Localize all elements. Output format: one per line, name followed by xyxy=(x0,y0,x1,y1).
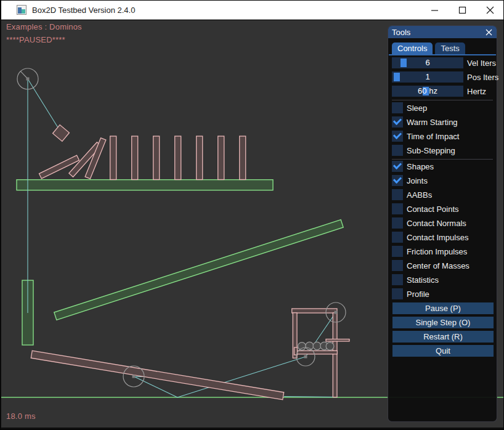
small-bar xyxy=(326,339,349,342)
checkbox-row-sub-stepping: Sub-Stepping xyxy=(392,145,493,156)
standing-domino xyxy=(175,136,181,180)
panel-close-button[interactable] xyxy=(484,28,493,36)
checkbox-row-warm-starting: Warm Starting xyxy=(392,116,493,128)
sleep-checkbox[interactable] xyxy=(392,102,403,113)
standing-domino xyxy=(132,136,138,180)
frame-right-post xyxy=(333,313,337,397)
aabbs-checkbox[interactable] xyxy=(392,189,403,200)
standing-domino xyxy=(110,136,116,180)
checkbox-row-contact-points: Contact Points xyxy=(392,203,493,214)
warm-starting-checkbox[interactable] xyxy=(392,116,403,128)
lower-joint-circle xyxy=(296,347,315,366)
close-icon xyxy=(486,29,492,36)
slider-label: Pos Iters xyxy=(467,73,498,82)
separator xyxy=(392,100,493,100)
dynamic-bodies[interactable] xyxy=(31,125,349,400)
tools-panel-title: Tools xyxy=(392,28,410,37)
checkbox-label: Friction Impulses xyxy=(407,247,467,256)
minimize-button[interactable] xyxy=(421,1,449,20)
checkbox-row-time-of-impact: Time of Impact xyxy=(392,131,493,142)
checkbox-label: AABBs xyxy=(407,190,432,200)
slider-value: 6 xyxy=(392,57,463,68)
app-icon xyxy=(17,5,26,15)
standing-domino xyxy=(240,136,246,180)
paused-label: ****PAUSED**** xyxy=(6,35,65,44)
frame-top-bar xyxy=(292,309,337,313)
checkbox-label: Joints xyxy=(407,176,428,185)
maximize-button[interactable] xyxy=(449,1,476,20)
separator xyxy=(392,159,493,160)
checkbox-row-center-of-masses: Center of Masses xyxy=(392,260,493,271)
close-button[interactable] xyxy=(476,1,504,20)
tab-tests[interactable]: Tests xyxy=(435,43,465,54)
joints-checkbox[interactable] xyxy=(392,175,403,186)
slider-label: Vel Iters xyxy=(467,59,496,68)
close-icon xyxy=(486,6,494,14)
window-title: Box2D Testbed Version 2.4.0 xyxy=(32,6,135,15)
contact-impulses-checkbox[interactable] xyxy=(392,232,403,243)
tab-bar: Controls Tests xyxy=(392,43,497,54)
newton-ball xyxy=(326,343,334,351)
tools-panel: Tools Controls Tests 6 Vel Iters xyxy=(388,25,497,422)
slider-row-hertz: 60 hz Hertz xyxy=(392,86,493,97)
checkbox-row-contact-normals: Contact Normals xyxy=(392,217,493,229)
pause-button[interactable]: Pause (P) xyxy=(392,302,494,314)
checkbox-row-statistics: Statistics xyxy=(392,274,493,285)
app-window: Box2D Testbed Version 2.4.0 xyxy=(0,0,504,430)
checkbox-label: Contact Impulses xyxy=(407,233,468,242)
checkbox-label: Contact Points xyxy=(407,205,459,214)
checkbox-row-profile: Profile xyxy=(392,288,493,299)
checkbox-row-sleep: Sleep xyxy=(392,102,493,113)
single-step-button[interactable]: Single Step (O) xyxy=(392,317,494,328)
long-ramp xyxy=(54,220,343,320)
friction-impulses-checkbox[interactable] xyxy=(392,246,403,257)
tools-panel-titlebar[interactable]: Tools xyxy=(388,26,497,38)
slider-value: 1 xyxy=(392,71,463,83)
frame-time-label: 18.0 ms xyxy=(6,412,36,421)
checkbox-label: Center of Masses xyxy=(407,261,469,270)
statistics-checkbox[interactable] xyxy=(392,274,403,285)
contact-normals-checkbox[interactable] xyxy=(392,217,403,229)
checkbox-row-friction-impulses: Friction Impulses xyxy=(392,246,493,257)
standing-domino xyxy=(218,136,224,180)
checkbox-label: Warm Starting xyxy=(407,118,458,127)
checkbox-row-joints: Joints xyxy=(392,175,493,186)
sub-stepping-checkbox[interactable] xyxy=(392,145,403,156)
minimize-icon xyxy=(431,6,439,14)
hertz-slider[interactable]: 60 hz xyxy=(392,86,463,97)
contact-points-checkbox[interactable] xyxy=(392,203,403,214)
restart-button[interactable]: Restart (R) xyxy=(392,331,494,343)
newton-ball xyxy=(313,342,321,350)
domino-platform xyxy=(17,180,273,190)
checkbox-label: Sub-Stepping xyxy=(407,146,455,155)
checkbox-label: Shapes xyxy=(407,162,434,171)
time-of-impact-checkbox[interactable] xyxy=(392,131,403,142)
checkbox-row-shapes: Shapes xyxy=(392,161,493,172)
slider-row-pos-iters: 1 Pos Iters xyxy=(392,71,493,83)
seesaw-plank xyxy=(31,351,283,399)
checkbox-label: Statistics xyxy=(407,275,439,285)
example-label: Examples : Dominos xyxy=(6,22,82,31)
checkbox-label: Contact Normals xyxy=(407,219,466,228)
checkbox-row-contact-impulses: Contact Impulses xyxy=(392,232,493,243)
slider-row-vel-iters: 6 Vel Iters xyxy=(392,57,493,68)
quit-button[interactable]: Quit xyxy=(392,345,494,357)
pos-iters-slider[interactable]: 1 xyxy=(392,71,463,83)
checkbox-label: Time of Impact xyxy=(407,132,459,141)
slider-value: 60 hz xyxy=(392,86,463,97)
profile-checkbox[interactable] xyxy=(392,288,403,299)
newton-ball xyxy=(298,343,306,351)
window-titlebar[interactable]: Box2D Testbed Version 2.4.0 xyxy=(1,1,504,20)
maximize-icon xyxy=(458,6,466,14)
checkbox-label: Sleep xyxy=(407,103,427,113)
frame-shelf xyxy=(296,351,337,354)
vel-iters-slider[interactable]: 6 xyxy=(392,57,463,68)
simulation-canvas[interactable]: Examples : Dominos ****PAUSED**** 18.0 m… xyxy=(1,20,504,428)
checkbox-label: Profile xyxy=(407,290,429,299)
shapes-checkbox[interactable] xyxy=(392,161,403,172)
pendulum-bob xyxy=(53,125,70,142)
center-of-masses-checkbox[interactable] xyxy=(392,260,403,271)
tab-controls[interactable]: Controls xyxy=(392,43,433,54)
standing-domino xyxy=(153,136,160,180)
standing-domino xyxy=(197,136,203,180)
